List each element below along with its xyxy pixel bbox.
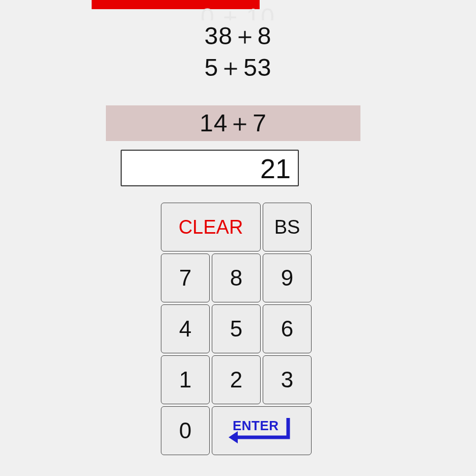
key-9[interactable]: 9 — [263, 254, 312, 302]
key-7[interactable]: 7 — [161, 254, 210, 302]
key-5[interactable]: 5 — [212, 304, 261, 353]
keypad: CLEAR BS 7 8 9 4 5 6 1 2 3 0 ENTER — [161, 203, 314, 457]
key-1[interactable]: 1 — [161, 355, 210, 404]
game-stage: 0 + 10 38＋8 5＋53 14＋7 21 CLEAR BS 7 8 9 … — [0, 0, 476, 476]
answer-input[interactable]: 21 — [121, 150, 299, 186]
enter-arrow-icon — [222, 415, 304, 447]
backspace-label: BS — [274, 216, 300, 238]
clear-button[interactable]: CLEAR — [161, 203, 261, 251]
key-2[interactable]: 2 — [212, 355, 261, 404]
enter-button[interactable]: ENTER — [212, 406, 312, 455]
clear-label: CLEAR — [179, 216, 243, 238]
backspace-button[interactable]: BS — [263, 203, 312, 251]
question-prev-2: 38＋8 — [0, 20, 476, 52]
key-4[interactable]: 4 — [161, 304, 210, 353]
question-prev-1: 5＋53 — [0, 52, 476, 83]
key-3[interactable]: 3 — [263, 355, 312, 404]
question-stack: 0 + 10 38＋8 5＋53 — [0, 5, 476, 84]
key-8[interactable]: 8 — [212, 254, 261, 302]
question-faded: 0 + 10 — [0, 5, 476, 20]
question-current: 14＋7 — [106, 105, 360, 141]
key-6[interactable]: 6 — [263, 304, 312, 353]
key-0[interactable]: 0 — [161, 406, 210, 455]
